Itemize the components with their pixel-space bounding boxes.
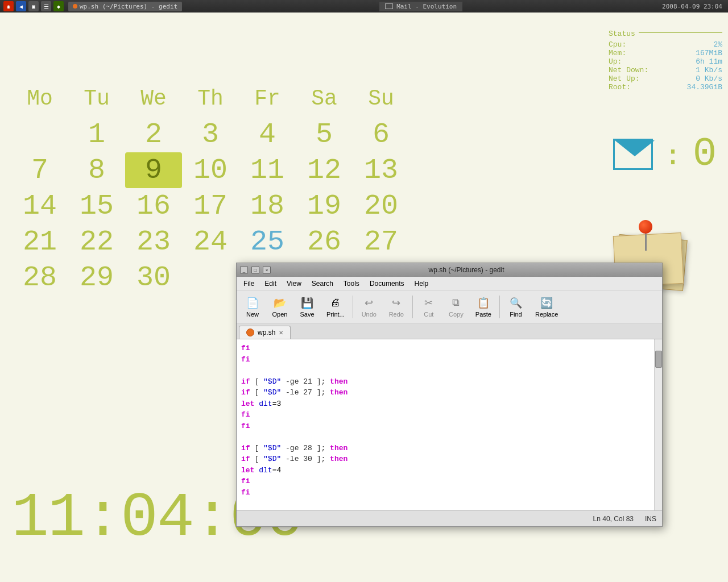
taskbar-icon-monitor[interactable]: ☰: [41, 1, 51, 11]
mail-small-icon: [385, 3, 393, 9]
cal-cell: 27: [353, 224, 410, 260]
redo-label: Redo: [389, 311, 404, 318]
stats-up-row: Up: 6h 11m: [609, 57, 722, 66]
open-icon: [273, 296, 287, 310]
gedit-tabs: wp.sh ✕: [237, 323, 662, 339]
taskbar-icon-back[interactable]: ◀: [16, 1, 26, 11]
cal-cell: 16: [125, 188, 182, 224]
gedit-window: _ □ × wp.sh (~/Pictures) - gedit File Ed…: [236, 263, 663, 527]
cal-cell: 24: [182, 224, 239, 260]
cal-day-tu: Tu: [68, 86, 125, 111]
cal-today: 9: [125, 152, 182, 188]
taskbar-icon-terminal[interactable]: ▣: [28, 1, 39, 11]
desktop: Mo Tu We Th Fr Sa Su 1 2 3 4 5 6 7 8 9 1…: [0, 13, 728, 582]
mail-separator: :: [664, 138, 681, 171]
save-label: Save: [300, 311, 314, 318]
gedit-title: wp.sh (~/Pictures) - gedit: [274, 266, 659, 274]
win-btn-2[interactable]: □: [251, 266, 259, 274]
toolbar-new-button[interactable]: New: [240, 294, 265, 320]
cal-cell: 7: [11, 152, 68, 188]
cal-cell: 21: [11, 224, 68, 260]
toolbar-open-button[interactable]: Open: [267, 294, 292, 320]
root-label: Root:: [609, 83, 631, 92]
gedit-titlebar: _ □ × wp.sh (~/Pictures) - gedit: [237, 263, 662, 277]
cal-cell: 18: [239, 188, 296, 224]
gedit-toolbar: New Open Save Print... Undo Redo: [237, 290, 662, 323]
cal-day-we: We: [125, 86, 182, 111]
taskbar-app-title: wp.sh (~/Pictures) - gedit: [80, 3, 177, 10]
cal-cell: 14: [11, 188, 68, 224]
taskbar-mail-button[interactable]: Mail - Evolution: [379, 2, 462, 11]
cut-label: Cut: [424, 311, 433, 318]
menu-view[interactable]: View: [282, 278, 306, 289]
undo-icon: [362, 296, 376, 310]
cal-cell: 1: [68, 117, 125, 152]
cal-cell: [182, 260, 239, 296]
toolbar-copy-button[interactable]: Copy: [444, 294, 469, 320]
mail-widget[interactable]: : 0: [613, 132, 717, 177]
toolbar-separator-3: [499, 296, 500, 318]
copy-icon: [449, 296, 463, 310]
menu-help[interactable]: Help: [410, 278, 433, 289]
replace-icon: [540, 296, 553, 310]
toolbar-print-button[interactable]: Print...: [322, 294, 349, 320]
win-btn-1[interactable]: _: [240, 266, 248, 274]
gedit-statusbar: Ln 40, Col 83 INS: [237, 510, 662, 526]
win-btn-3[interactable]: ×: [263, 266, 271, 274]
cal-week-4: 21 22 23 24 25 26 27: [11, 224, 410, 260]
cal-cell: 26: [296, 224, 353, 260]
stats-title: Status: [609, 30, 635, 38]
cal-cell: 4: [239, 117, 296, 152]
taskbar-app-button[interactable]: wp.sh (~/Pictures) - gedit: [68, 2, 182, 11]
taskbar-icon-app[interactable]: ◆: [53, 1, 64, 11]
cal-cell: 20: [353, 188, 410, 224]
copy-label: Copy: [449, 311, 464, 318]
toolbar-cut-button[interactable]: Cut: [416, 294, 441, 320]
cal-cell: 10: [182, 152, 239, 188]
stats-netup-row: Net Up: 0 Kb/s: [609, 74, 722, 83]
cal-cell: 23: [125, 224, 182, 260]
cal-cell: 6: [353, 117, 410, 152]
calendar-header: Mo Tu We Th Fr Sa Su: [11, 86, 410, 111]
cal-cell: 5: [296, 117, 353, 152]
cal-week-2: 7 8 9 10 11 12 13: [11, 152, 410, 188]
cal-cell: 15: [68, 188, 125, 224]
cal-day-sa: Sa: [296, 86, 353, 111]
taskbar-left: ◉ ◀ ▣ ☰ ◆ wp.sh (~/Pictures) - gedit: [0, 1, 185, 11]
taskbar-icon-menu[interactable]: ◉: [3, 1, 14, 11]
up-value: 6h 11m: [696, 57, 722, 66]
cal-cell: 19: [296, 188, 353, 224]
taskbar-time: 2008-04-09 23:04: [656, 3, 728, 10]
editor-scrollbar-thumb[interactable]: [655, 351, 662, 368]
gedit-tab-wpsh[interactable]: wp.sh ✕: [239, 326, 291, 339]
menu-file[interactable]: File: [239, 278, 259, 289]
toolbar-replace-button[interactable]: Replace: [531, 294, 562, 320]
cal-cell: 3: [182, 117, 239, 152]
print-icon: [329, 296, 342, 310]
cal-day-th: Th: [182, 86, 239, 111]
stats-root-row: Root: 34.39GiB: [609, 83, 722, 92]
toolbar-redo-button[interactable]: Redo: [384, 294, 409, 320]
toolbar-find-button[interactable]: Find: [503, 294, 528, 320]
up-label: Up:: [609, 57, 622, 66]
toolbar-paste-button[interactable]: Paste: [471, 294, 496, 320]
menu-documents[interactable]: Documents: [365, 278, 409, 289]
cal-cell: [11, 117, 68, 152]
tab-close-button[interactable]: ✕: [279, 330, 283, 336]
menu-search[interactable]: Search: [307, 278, 338, 289]
cal-week-3: 14 15 16 17 18 19 20: [11, 188, 410, 224]
cal-day-su: Su: [353, 86, 410, 111]
print-label: Print...: [326, 311, 345, 318]
toolbar-save-button[interactable]: Save: [295, 294, 320, 320]
menu-tools[interactable]: Tools: [339, 278, 364, 289]
taskbar-mail-label: Mail - Evolution: [396, 3, 457, 10]
find-icon: [509, 296, 523, 310]
open-label: Open: [272, 311, 288, 318]
gedit-editor[interactable]: fi fi if [ "$D" -ge 21 ]; then if [ "$D"…: [237, 339, 662, 510]
toolbar-undo-button[interactable]: Undo: [357, 294, 382, 320]
menu-edit[interactable]: Edit: [260, 278, 281, 289]
toolbar-separator-2: [412, 296, 413, 318]
stats-mem-row: Mem: 167MiB: [609, 49, 722, 57]
editor-scrollbar[interactable]: [654, 339, 662, 510]
pushpin-head: [639, 220, 652, 234]
